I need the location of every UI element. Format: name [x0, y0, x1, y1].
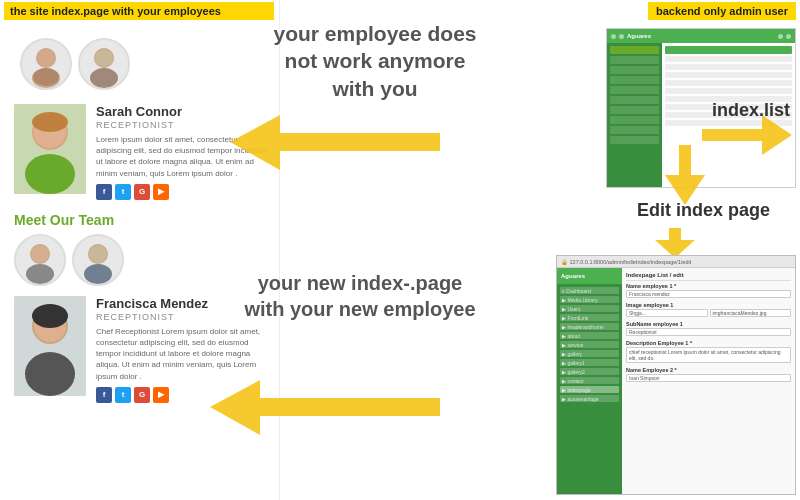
menu-gallery1[interactable]: ▶ gallery1: [560, 359, 619, 366]
francisca-avatar-large: [14, 296, 86, 396]
svg-point-13: [26, 264, 54, 284]
svg-point-14: [31, 245, 49, 263]
svg-point-20: [25, 352, 75, 396]
googleplus-icon-2[interactable]: G: [134, 387, 150, 403]
admin-dot-3: [778, 34, 783, 39]
admin-row-5: [665, 88, 792, 94]
field-subname-employee1-label: SubName employee 1: [626, 321, 791, 327]
edit-sidebar-header: Aguares: [557, 268, 622, 284]
index-list-label: index.list: [712, 100, 790, 121]
edit-body: Aguares ≡ Dashboard ▶ Media Library ▶ Us…: [557, 268, 795, 494]
admin-header-row: [665, 46, 792, 54]
svg-marker-25: [702, 115, 792, 155]
edit-url-bar: 🔒 127.0.0.1:8000/admin/holleIndex/indexp…: [561, 259, 691, 265]
sidebar-item-5[interactable]: [610, 86, 659, 94]
menu-gallery2-label: ▶ gallery2: [562, 369, 585, 375]
edit-form: Indexpage List / edit Name employee 1 * …: [622, 268, 795, 494]
admin-sidebar: [607, 43, 662, 187]
svg-point-22: [32, 304, 68, 328]
menu-gallery1-label: ▶ gallery1: [562, 360, 585, 366]
right-panel: backend only admin user Aguares: [520, 0, 800, 500]
menu-headerandfooter[interactable]: ▶ headerandfooter: [560, 323, 619, 330]
sidebar-item-8[interactable]: [610, 116, 659, 124]
menu-frontlink[interactable]: ▶ FrontLink: [560, 314, 619, 321]
menu-about[interactable]: ▶ about: [560, 332, 619, 339]
sidebar-item-10[interactable]: [610, 136, 659, 144]
admin-dot-2: [619, 34, 624, 39]
sidebar-item-2[interactable]: [610, 56, 659, 64]
edit-sidebar: Aguares ≡ Dashboard ▶ Media Library ▶ Us…: [557, 268, 622, 494]
field-image-employee1: Image employee 1 Shgja... imgfranciscaMe…: [626, 302, 791, 317]
svg-point-6: [95, 49, 113, 67]
bottom-arrow: [210, 380, 440, 439]
field-image-btn[interactable]: Shgja...: [626, 309, 708, 317]
menu-medialibrary[interactable]: ▶ Media Library: [560, 296, 619, 303]
googleplus-icon[interactable]: G: [134, 184, 150, 200]
bottom-arrow-text-container: your new index-.page with your new emplo…: [240, 270, 480, 322]
admin-row-4: [665, 80, 792, 86]
menu-aussenanlage[interactable]: ▶ aussenanlage: [560, 395, 619, 402]
avatar-male2: [72, 234, 124, 286]
rss-icon[interactable]: ▶: [153, 184, 169, 200]
field-name-employee2-label: Name Employee 2 *: [626, 367, 791, 373]
edit-top-bar: 🔒 127.0.0.1:8000/admin/holleIndex/indexp…: [557, 256, 795, 268]
edit-sidebar-menu: ≡ Dashboard ▶ Media Library ▶ Users ▶ Fr…: [557, 284, 622, 407]
sarah-avatar-large: [14, 104, 86, 194]
menu-gallery-label: ▶ gallery: [562, 351, 582, 357]
menu-service[interactable]: ▶ service: [560, 341, 619, 348]
svg-point-5: [90, 68, 118, 88]
svg-marker-23: [230, 115, 440, 170]
rss-icon-2[interactable]: ▶: [153, 387, 169, 403]
field-name-employee2-input[interactable]: Ioan Simpson: [626, 374, 791, 382]
top-arrow: [230, 115, 440, 174]
svg-marker-26: [665, 145, 705, 205]
facebook-icon-2[interactable]: f: [96, 387, 112, 403]
sidebar-item-9[interactable]: [610, 126, 659, 134]
top-arrow-text-container: your employee does not work anymore with…: [265, 20, 485, 102]
edit-sidebar-logo: Aguares: [561, 273, 585, 279]
menu-indexpage[interactable]: ▶ indexpage: [560, 386, 619, 393]
middle-area: your employee does not work anymore with…: [210, 0, 540, 500]
avatar-sarah: [20, 38, 72, 90]
sidebar-item-7[interactable]: [610, 106, 659, 114]
admin-dot-4: [786, 34, 791, 39]
sidebar-item-1[interactable]: [610, 46, 659, 54]
right-label: backend only admin user: [648, 2, 796, 20]
edit-screenshot: 🔒 127.0.0.1:8000/admin/holleIndex/indexp…: [556, 255, 796, 495]
svg-point-3: [33, 68, 59, 86]
admin-row-1: [665, 56, 792, 62]
field-desc-employee1-input[interactable]: chief receptionist Lorem ipsum dolor sit…: [626, 347, 791, 363]
menu-contact[interactable]: ▶ contact: [560, 377, 619, 384]
svg-point-2: [37, 49, 55, 67]
field-image-value[interactable]: imgfranciscaMendez.jpg: [710, 309, 792, 317]
menu-users[interactable]: ▶ Users: [560, 305, 619, 312]
field-image-employee1-label: Image employee 1: [626, 302, 791, 308]
field-name-employee1-label: Name employee 1 *: [626, 283, 791, 289]
menu-medialibrary-label: ▶ Media Library: [562, 297, 598, 303]
menu-gallery[interactable]: ▶ gallery: [560, 350, 619, 357]
sidebar-item-6[interactable]: [610, 96, 659, 104]
svg-marker-27: [655, 228, 695, 258]
field-subname-employee1-input[interactable]: Receptionist: [626, 328, 791, 336]
menu-frontlink-label: ▶ FrontLink: [562, 315, 588, 321]
menu-dashboard[interactable]: ≡ Dashboard: [560, 287, 619, 294]
facebook-icon[interactable]: f: [96, 184, 112, 200]
svg-point-11: [32, 112, 68, 132]
twitter-icon[interactable]: t: [115, 184, 131, 200]
field-name-employee1: Name employee 1 * Francisca mendez: [626, 283, 791, 298]
menu-dashboard-label: ≡ Dashboard: [562, 288, 591, 294]
avatar-male1: [78, 38, 130, 90]
field-subname-employee1: SubName employee 1 Receptionist: [626, 321, 791, 336]
admin-logo-text: Aguares: [627, 33, 651, 39]
field-name-employee1-input[interactable]: Francisca mendez: [626, 290, 791, 298]
edit-form-breadcrumb: Indexpage List / edit: [626, 272, 791, 281]
svg-point-9: [25, 154, 75, 194]
field-image-employee1-inputs: Shgja... imgfranciscaMendez.jpg: [626, 309, 791, 317]
sidebar-item-4[interactable]: [610, 76, 659, 84]
sidebar-item-3[interactable]: [610, 66, 659, 74]
twitter-icon-2[interactable]: t: [115, 387, 131, 403]
menu-contact-label: ▶ contact: [562, 378, 584, 384]
admin-top-bar: Aguares: [607, 29, 795, 43]
bottom-arrow-text: your new index-.page with your new emplo…: [240, 270, 480, 322]
menu-gallery2[interactable]: ▶ gallery2: [560, 368, 619, 375]
